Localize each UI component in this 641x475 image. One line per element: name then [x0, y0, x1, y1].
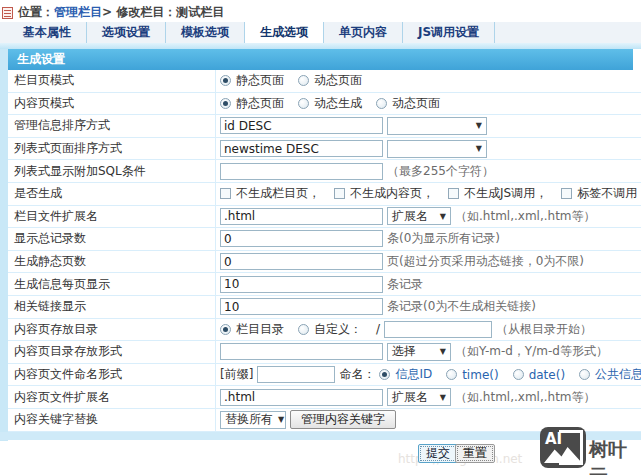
hint-text: （如.html,.xml,.htm等） [455, 389, 596, 406]
select-dropdown[interactable]: 扩展名▼ [387, 207, 451, 225]
form-row: 管理信息排序方式▼ [8, 115, 641, 138]
breadcrumb-current: > 修改栏目：测试栏目 [102, 4, 224, 21]
watermark-brand: 树叶云 [589, 437, 641, 475]
field-label: 内容页存放目录 [8, 319, 216, 341]
field-label: 内容页文件扩展名 [8, 386, 216, 408]
form-row: 内容页存放目录栏目目录自定义：/（从根目录开始） [8, 319, 641, 342]
field-label: 列表式显示附加SQL条件 [8, 160, 216, 182]
field-content: 条记录(0为不生成相关链接) [216, 298, 641, 315]
chevron-down-icon: ▼ [440, 212, 446, 221]
text-input[interactable] [220, 343, 383, 360]
checkbox-option[interactable]: 不生成内容页， [334, 185, 434, 202]
field-label: 内容页目录存放形式 [8, 341, 216, 363]
checkbox-option[interactable]: 不生成栏目页， [220, 185, 320, 202]
field-content: 静态页面动态生成动态页面 [216, 95, 641, 112]
field-label: 相关链接显示 [8, 296, 216, 318]
field-label: 管理信息排序方式 [8, 115, 216, 137]
text-input[interactable] [220, 117, 383, 134]
radio-icon [298, 75, 309, 86]
radio-option[interactable]: time() [446, 368, 498, 382]
radio-label: 信息ID [395, 366, 432, 383]
select-value: 替换所有 [225, 411, 273, 428]
tab-3[interactable]: 模板选项 [166, 22, 245, 43]
chevron-down-icon: ▼ [476, 144, 482, 153]
select-dropdown[interactable]: 扩展名▼ [387, 388, 451, 406]
tab-bar: 基本属性选项设置模板选项生成选项单页内容JS调用设置 [0, 22, 641, 43]
radio-option[interactable]: 静态页面 [220, 95, 284, 112]
radio-option[interactable]: date() [513, 368, 565, 382]
breadcrumb-link-manage-columns[interactable]: 管理栏目 [54, 4, 102, 21]
select-dropdown[interactable]: 替换所有▼ [220, 411, 286, 429]
field-content: 页(超过分页采用动态链接，0为不限) [216, 253, 641, 270]
radio-label: 静态页面 [236, 95, 284, 112]
hint-text: 条(0为显示所有记录) [387, 230, 500, 247]
submit-button[interactable]: 提交 [418, 444, 458, 463]
radio-option[interactable]: 动态生成 [298, 95, 362, 112]
text-input[interactable] [384, 321, 492, 338]
form-row: 显示总记录数条(0为显示所有记录) [8, 228, 641, 251]
field-label: 生成信息每页显示 [8, 273, 216, 295]
field-label: 内容页文件命名形式 [8, 364, 216, 386]
text-input[interactable] [220, 140, 383, 157]
radio-option[interactable]: 自定义： [298, 321, 362, 338]
field-label: 生成静态页数 [8, 251, 216, 273]
form-row: 栏目文件扩展名扩展名▼（如.html,.xml,.htm等） [8, 206, 641, 229]
text-input[interactable] [220, 163, 383, 180]
text-input[interactable] [257, 366, 335, 383]
form-row: 列表式页面排序方式▼ [8, 138, 641, 161]
radio-option[interactable]: 静态页面 [220, 72, 284, 89]
radio-option[interactable]: 公共信息ID [579, 366, 641, 383]
radio-option[interactable]: 信息ID [379, 366, 432, 383]
select-dropdown[interactable]: ▼ [387, 140, 487, 158]
form-row: 内容页文件扩展名扩展名▼（如.html,.xml,.htm等） [8, 386, 641, 409]
hint-text: （最多255个字符） [387, 163, 494, 180]
chevron-down-icon: ▼ [440, 393, 446, 402]
checkbox-label: 不生成JS调用， [464, 185, 547, 202]
tab-2[interactable]: 选项设置 [87, 22, 166, 43]
radio-option[interactable]: 栏目目录 [220, 321, 284, 338]
checkbox-option[interactable]: 标签不调用 [561, 185, 637, 202]
checkbox-option[interactable]: 不生成JS调用， [448, 185, 547, 202]
field-label: 栏目页模式 [8, 70, 216, 92]
radio-icon [220, 75, 231, 86]
tab-1[interactable]: 基本属性 [8, 22, 87, 43]
form-row: 栏目页模式静态页面动态页面 [8, 70, 641, 93]
tab-5[interactable]: 单页内容 [324, 22, 403, 43]
radio-label: date() [529, 368, 565, 382]
tab-4[interactable]: 生成选项 [245, 22, 324, 43]
select-dropdown[interactable]: 选择▼ [387, 343, 451, 361]
breadcrumb-prefix: 位置： [18, 4, 54, 21]
radio-icon [298, 324, 309, 335]
form-row: 内容页文件命名形式[前缀]命名：信息IDtime()date()公共信息IDmd… [8, 364, 641, 387]
hint-text: （从根目录开始） [496, 321, 592, 338]
reset-button[interactable]: 重置 [455, 444, 495, 463]
field-label: 列表式页面排序方式 [8, 138, 216, 160]
radio-option[interactable]: 动态页面 [376, 95, 440, 112]
radio-label: time() [462, 368, 498, 382]
select-dropdown[interactable]: ▼ [387, 117, 487, 135]
field-label: 栏目文件扩展名 [8, 206, 216, 228]
field-content: 条(0为显示所有记录) [216, 230, 641, 247]
radio-option[interactable]: 动态页面 [298, 72, 362, 89]
checkbox-label: 标签不调用 [577, 185, 637, 202]
checkbox-icon [334, 188, 345, 199]
text-input[interactable] [220, 230, 383, 247]
tab-6[interactable]: JS调用设置 [403, 22, 495, 43]
radio-icon [579, 369, 590, 380]
select-value: 扩展名 [392, 389, 428, 406]
text-input[interactable] [220, 276, 383, 293]
radio-label: 动态生成 [314, 95, 362, 112]
text-input[interactable] [220, 298, 383, 315]
inline-text: / [376, 322, 380, 336]
checkbox-label: 不生成内容页， [350, 185, 434, 202]
text-input[interactable] [220, 253, 383, 270]
radio-label: 动态页面 [314, 72, 362, 89]
field-label: 内容页模式 [8, 93, 216, 115]
text-input[interactable] [220, 208, 383, 225]
manage-keywords-button[interactable]: 管理内容关键字 [290, 410, 396, 429]
text-input[interactable] [220, 389, 383, 406]
hint-text: 条记录(0为不生成相关链接) [387, 298, 536, 315]
inline-text: 命名： [339, 366, 375, 383]
checkbox-icon [220, 188, 231, 199]
field-content: 扩展名▼（如.html,.xml,.htm等） [216, 388, 641, 406]
